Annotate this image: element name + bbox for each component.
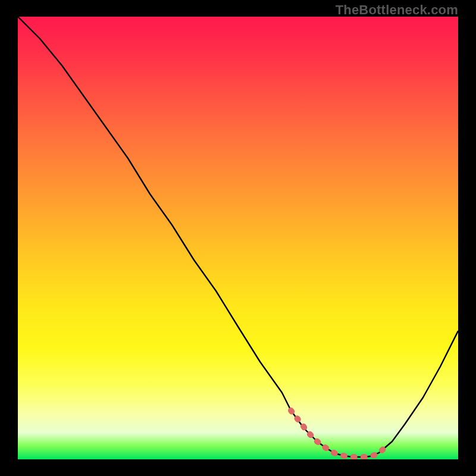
- chart-frame: TheBottleneck.com: [0, 0, 476, 476]
- bottleneck-curve: [18, 17, 458, 457]
- trough-highlight: [291, 411, 383, 457]
- watermark-text: TheBottleneck.com: [336, 2, 458, 18]
- curve-svg: [18, 17, 458, 459]
- plot-area: [18, 17, 458, 459]
